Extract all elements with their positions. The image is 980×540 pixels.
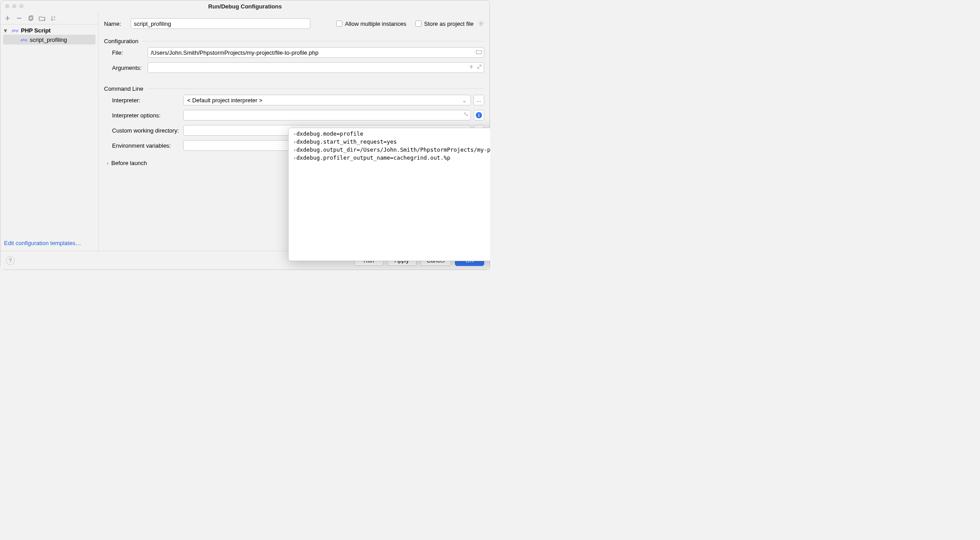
php-icon: php [20,38,28,42]
interpreter-options-popup: -dxdebug.mode=profile -dxdebug.start_wit… [288,128,490,261]
svg-point-5 [480,23,482,24]
zoom-window-icon[interactable] [19,4,24,8]
interpreter-value: < Default project interpreter > [187,97,262,104]
arguments-input[interactable] [148,62,484,73]
copy-icon[interactable] [27,15,34,22]
folder-browse-icon[interactable] [476,49,482,54]
main-split: + az ▾ php PHP Script php script_profili… [0,12,490,251]
interpreter-options-input[interactable] [183,110,471,121]
interpreter-dropdown[interactable]: < Default project interpreter > ⌄ [183,95,471,105]
checkbox-icon [415,20,422,27]
config-tree: ▾ php PHP Script php script_profiling [0,24,98,236]
env-label: Environment variables: [104,142,183,149]
interpreter-options-label: Interpreter options: [104,112,183,119]
configuration-section: Configuration [104,38,484,44]
arguments-label: Arguments: [104,64,148,71]
tree-item-script-profiling[interactable]: php script_profiling [3,35,96,44]
checkbox-icon [336,20,342,27]
gear-icon[interactable] [478,20,484,27]
titlebar: Run/Debug Configurations [0,0,490,12]
expand-icon[interactable] [477,64,482,69]
collapse-icon[interactable] [463,112,469,117]
name-row: Name: Allow multiple instances Store as … [104,18,484,29]
chevron-right-icon: › [107,160,108,166]
interpreter-label: Interpreter: [104,97,183,104]
name-input[interactable] [131,18,310,29]
folder-icon[interactable]: + [39,15,46,22]
name-label: Name: [104,20,125,27]
cwd-label: Custom working directory: [104,127,183,134]
store-project-label: Store as project file [424,20,474,27]
chevron-down-icon: ▾ [4,27,9,34]
sidebar-footer: Edit configuration templates… [0,236,98,251]
traffic-lights [5,4,24,8]
tree-item-label: script_profiling [30,36,67,43]
sidebar-toolbar: + az [0,12,98,24]
tree-root-php-script[interactable]: ▾ php PHP Script [3,26,96,35]
file-input[interactable] [148,47,484,58]
info-button[interactable]: i [474,110,484,121]
tree-root-label: PHP Script [21,27,51,34]
content-panel: Name: Allow multiple instances Store as … [99,12,490,251]
close-window-icon[interactable] [5,4,9,8]
interpreter-browse-button[interactable]: ... [474,95,484,105]
allow-multiple-checkbox[interactable]: Allow multiple instances [336,20,406,27]
configuration-label: Configuration [104,38,138,44]
minimize-window-icon[interactable] [12,4,16,8]
remove-icon[interactable] [16,15,23,22]
php-icon: php [11,28,19,32]
allow-multiple-label: Allow multiple instances [345,20,406,27]
sidebar: + az ▾ php PHP Script php script_profili… [0,12,99,251]
command-line-label: Command Line [104,85,143,92]
interpreter-options-textarea[interactable]: -dxdebug.mode=profile -dxdebug.start_wit… [293,130,490,259]
edit-templates-link[interactable]: Edit configuration templates… [4,240,81,246]
svg-text:+: + [44,18,45,21]
sort-az-icon[interactable]: az [50,15,57,22]
insert-macro-icon[interactable] [469,64,474,69]
svg-text:z: z [54,18,55,21]
command-line-section: Command Line [104,85,484,92]
before-launch-label: Before launch [111,160,147,166]
info-icon: i [476,112,482,118]
run-debug-config-window: Run/Debug Configurations + az [0,0,490,270]
window-title: Run/Debug Configurations [5,3,485,10]
file-label: File: [104,49,148,56]
help-button[interactable]: ? [6,256,15,265]
chevron-down-icon: ⌄ [462,97,467,104]
store-project-checkbox[interactable]: Store as project file [415,20,484,27]
add-icon[interactable] [4,15,11,22]
